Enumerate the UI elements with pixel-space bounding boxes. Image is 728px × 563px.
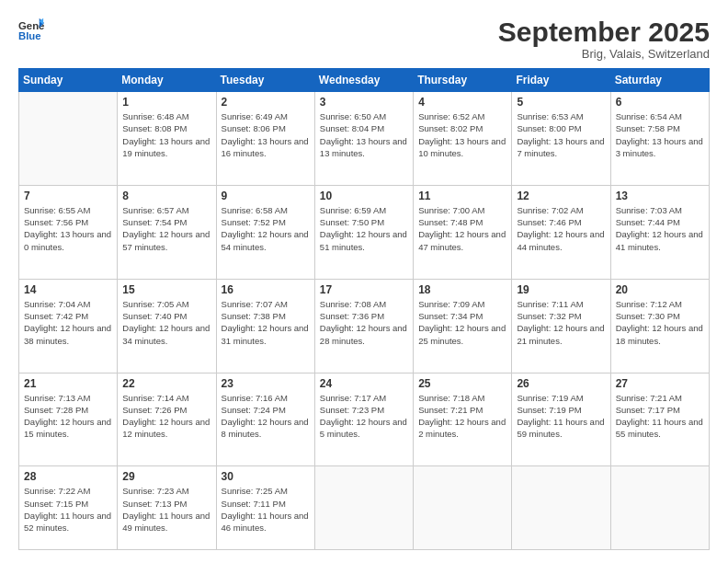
day-number: 27 [616, 377, 704, 390]
day-info: Sunrise: 7:08 AM Sunset: 7:36 PM Dayligh… [320, 298, 408, 347]
day-number: 8 [122, 190, 210, 202]
table-row: 18Sunrise: 7:09 AM Sunset: 7:34 PM Dayli… [414, 279, 512, 373]
title-section: September 2025 Brig, Valais, Switzerland [498, 17, 710, 61]
table-row: 2Sunrise: 6:49 AM Sunset: 8:06 PM Daylig… [216, 92, 314, 186]
day-number: 25 [418, 377, 506, 390]
day-info: Sunrise: 7:05 AM Sunset: 7:40 PM Dayligh… [122, 298, 210, 347]
header-wednesday: Wednesday [314, 69, 413, 92]
header-friday: Friday [512, 69, 610, 92]
day-info: Sunrise: 7:07 AM Sunset: 7:38 PM Dayligh… [222, 298, 310, 347]
day-info: Sunrise: 7:22 AM Sunset: 7:15 PM Dayligh… [24, 485, 112, 534]
table-row: 1Sunrise: 6:48 AM Sunset: 8:08 PM Daylig… [118, 92, 216, 186]
day-number: 14 [24, 283, 112, 296]
day-number: 17 [320, 283, 408, 296]
table-row: 6Sunrise: 6:54 AM Sunset: 7:58 PM Daylig… [610, 92, 709, 186]
day-info: Sunrise: 7:18 AM Sunset: 7:21 PM Dayligh… [418, 392, 506, 441]
page: General Blue September 2025 Brig, Valais… [0, 0, 728, 563]
header-thursday: Thursday [414, 69, 512, 92]
day-number: 15 [122, 283, 210, 296]
day-info: Sunrise: 6:52 AM Sunset: 8:02 PM Dayligh… [418, 110, 506, 159]
header-sunday: Sunday [19, 69, 118, 92]
day-number: 26 [517, 377, 605, 390]
table-row [610, 466, 709, 550]
day-number: 1 [122, 96, 210, 109]
table-row: 29Sunrise: 7:23 AM Sunset: 7:13 PM Dayli… [118, 466, 216, 550]
day-number: 4 [418, 96, 506, 109]
table-row: 23Sunrise: 7:16 AM Sunset: 7:24 PM Dayli… [216, 373, 314, 466]
day-number: 9 [222, 190, 310, 202]
table-row: 7Sunrise: 6:55 AM Sunset: 7:56 PM Daylig… [19, 185, 118, 279]
day-info: Sunrise: 7:12 AM Sunset: 7:30 PM Dayligh… [616, 298, 704, 347]
day-info: Sunrise: 7:14 AM Sunset: 7:26 PM Dayligh… [122, 392, 210, 441]
month-title: September 2025 [498, 17, 710, 47]
table-row: 22Sunrise: 7:14 AM Sunset: 7:26 PM Dayli… [118, 373, 216, 466]
table-row: 25Sunrise: 7:18 AM Sunset: 7:21 PM Dayli… [414, 373, 512, 466]
logo: General Blue [18, 17, 44, 42]
day-info: Sunrise: 6:58 AM Sunset: 7:52 PM Dayligh… [222, 204, 310, 253]
day-number: 5 [517, 96, 605, 109]
day-number: 29 [122, 470, 210, 483]
day-number: 19 [517, 283, 605, 296]
day-info: Sunrise: 6:48 AM Sunset: 8:08 PM Dayligh… [122, 110, 210, 159]
table-row: 30Sunrise: 7:25 AM Sunset: 7:11 PM Dayli… [216, 466, 314, 550]
day-number: 2 [222, 96, 310, 109]
table-row: 3Sunrise: 6:50 AM Sunset: 8:04 PM Daylig… [314, 92, 413, 186]
day-number: 10 [320, 190, 408, 202]
day-number: 18 [418, 283, 506, 296]
day-info: Sunrise: 7:00 AM Sunset: 7:48 PM Dayligh… [418, 204, 506, 253]
table-row: 24Sunrise: 7:17 AM Sunset: 7:23 PM Dayli… [314, 373, 413, 466]
table-row: 19Sunrise: 7:11 AM Sunset: 7:32 PM Dayli… [512, 279, 610, 373]
day-number: 30 [222, 470, 310, 483]
table-row: 12Sunrise: 7:02 AM Sunset: 7:46 PM Dayli… [512, 185, 610, 279]
day-number: 24 [320, 377, 408, 390]
table-row: 10Sunrise: 6:59 AM Sunset: 7:50 PM Dayli… [314, 185, 413, 279]
day-info: Sunrise: 6:50 AM Sunset: 8:04 PM Dayligh… [320, 110, 408, 159]
day-number: 3 [320, 96, 408, 109]
table-row: 13Sunrise: 7:03 AM Sunset: 7:44 PM Dayli… [610, 185, 709, 279]
table-row: 21Sunrise: 7:13 AM Sunset: 7:28 PM Dayli… [19, 373, 118, 466]
header-monday: Monday [118, 69, 216, 92]
top-section: General Blue September 2025 Brig, Valais… [18, 17, 710, 61]
table-row: 4Sunrise: 6:52 AM Sunset: 8:02 PM Daylig… [414, 92, 512, 186]
day-info: Sunrise: 6:49 AM Sunset: 8:06 PM Dayligh… [222, 110, 310, 159]
table-row [314, 466, 413, 550]
day-info: Sunrise: 7:11 AM Sunset: 7:32 PM Dayligh… [517, 298, 605, 347]
day-info: Sunrise: 7:21 AM Sunset: 7:17 PM Dayligh… [616, 392, 704, 441]
table-row: 26Sunrise: 7:19 AM Sunset: 7:19 PM Dayli… [512, 373, 610, 466]
logo-icon: General Blue [18, 17, 44, 42]
table-row: 9Sunrise: 6:58 AM Sunset: 7:52 PM Daylig… [216, 185, 314, 279]
day-info: Sunrise: 7:02 AM Sunset: 7:46 PM Dayligh… [517, 204, 605, 253]
table-row: 16Sunrise: 7:07 AM Sunset: 7:38 PM Dayli… [216, 279, 314, 373]
day-number: 20 [616, 283, 704, 296]
table-row [414, 466, 512, 550]
day-info: Sunrise: 7:19 AM Sunset: 7:19 PM Dayligh… [517, 392, 605, 441]
day-number: 23 [222, 377, 310, 390]
day-info: Sunrise: 7:23 AM Sunset: 7:13 PM Dayligh… [122, 485, 210, 534]
day-info: Sunrise: 6:59 AM Sunset: 7:50 PM Dayligh… [320, 204, 408, 253]
weekday-header-row: Sunday Monday Tuesday Wednesday Thursday… [19, 69, 710, 92]
table-row: 20Sunrise: 7:12 AM Sunset: 7:30 PM Dayli… [610, 279, 709, 373]
day-info: Sunrise: 6:55 AM Sunset: 7:56 PM Dayligh… [24, 204, 112, 253]
day-info: Sunrise: 7:03 AM Sunset: 7:44 PM Dayligh… [616, 204, 704, 253]
day-info: Sunrise: 7:13 AM Sunset: 7:28 PM Dayligh… [24, 392, 112, 441]
day-number: 21 [24, 377, 112, 390]
table-row: 27Sunrise: 7:21 AM Sunset: 7:17 PM Dayli… [610, 373, 709, 466]
table-row: 15Sunrise: 7:05 AM Sunset: 7:40 PM Dayli… [118, 279, 216, 373]
table-row: 14Sunrise: 7:04 AM Sunset: 7:42 PM Dayli… [19, 279, 118, 373]
svg-text:Blue: Blue [18, 30, 41, 41]
day-number: 7 [24, 190, 112, 202]
day-number: 28 [24, 470, 112, 483]
table-row [19, 92, 118, 186]
day-number: 6 [616, 96, 704, 109]
table-row: 17Sunrise: 7:08 AM Sunset: 7:36 PM Dayli… [314, 279, 413, 373]
day-number: 11 [418, 190, 506, 202]
day-info: Sunrise: 7:09 AM Sunset: 7:34 PM Dayligh… [418, 298, 506, 347]
day-info: Sunrise: 6:54 AM Sunset: 7:58 PM Dayligh… [616, 110, 704, 159]
day-number: 22 [122, 377, 210, 390]
header-saturday: Saturday [610, 69, 709, 92]
day-info: Sunrise: 7:25 AM Sunset: 7:11 PM Dayligh… [222, 485, 310, 534]
header-tuesday: Tuesday [216, 69, 314, 92]
table-row: 11Sunrise: 7:00 AM Sunset: 7:48 PM Dayli… [414, 185, 512, 279]
table-row: 8Sunrise: 6:57 AM Sunset: 7:54 PM Daylig… [118, 185, 216, 279]
day-number: 16 [222, 283, 310, 296]
